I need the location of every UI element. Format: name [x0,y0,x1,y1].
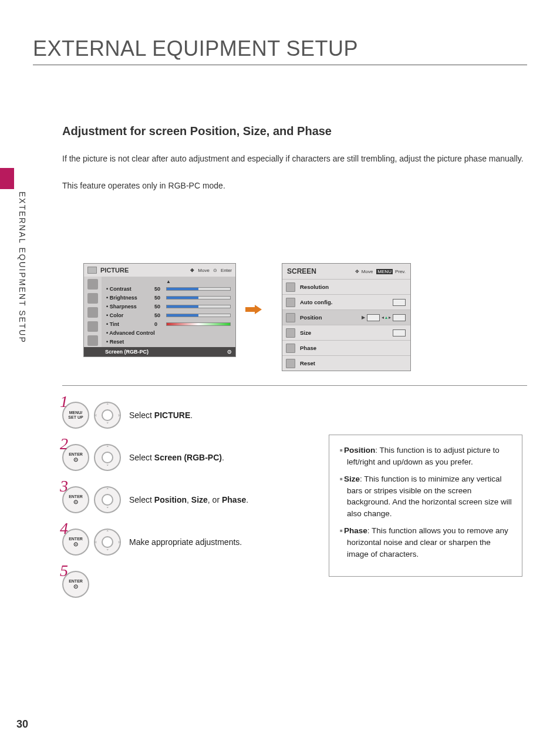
label: Screen (RGB-PC) [105,349,149,355]
step-text: Select PICTURE. [129,410,193,420]
value: 50 [154,286,166,292]
osd-picture-nav [84,277,102,356]
chevron-down-icon: ˅ [106,506,109,512]
step-text: Select Position, Size, or Phase. [129,495,248,504]
osd-row-size: Size [282,325,410,340]
osd-picture-header: PICTURE ✥ Move ⊙ Enter [84,264,235,277]
menu-badge: MENU [376,269,393,274]
info-item-phase: Phase: This function allows you to remov… [340,525,512,560]
osd-row-phase: Phase [282,340,410,355]
chevron-right-icon: › [118,412,120,418]
osd-hint-move: Move [198,268,210,273]
steps-list: 1 MENU/ SET UP ˄˅›‹ Select PICTURE. 2 EN… [62,399,321,611]
chevron-left-icon: ‹ [95,412,97,418]
chevron-left-icon: ‹ [95,539,97,545]
sidebar-section-label: EXTERNAL EQUIPMENT SETUP [18,191,27,344]
osd-row-autoconfig: Auto config. [282,294,410,309]
osd-row-brightness: • Brightness50 [106,293,231,302]
label: Reset [300,360,407,366]
sidebar-tab [0,168,14,189]
widget [367,314,380,321]
osd-picture-panel: PICTURE ✥ Move ⊙ Enter ▲ • Contrast50 • … [83,263,236,357]
osd-row-advanced: • Advanced Control [106,328,231,337]
widget [393,299,406,306]
resolution-icon [286,282,295,292]
enter-dot-icon [73,456,78,463]
chevron-right-icon: ▸ [389,315,391,320]
osd-row-contrast: • Contrast50 [106,284,231,293]
button-label: ENTER [69,537,83,541]
osd-picture-title: PICTURE [100,267,129,274]
osd-hint-prev: Prev. [395,269,406,274]
label: • Reset [106,339,124,345]
osd-row-tint: • Tint0 [106,319,231,328]
nav-icon [87,321,98,332]
chevron-down-icon: ˅ [106,422,109,428]
scroll-up-icon: ▲ [106,279,231,284]
osd-screen-title: SCREEN [287,267,316,275]
chevron-down-icon: ˅ [106,549,109,554]
widget [393,314,406,321]
step-3: 3 ENTER ˄˅ Select Position, Size, or Pha… [62,484,321,516]
nav-icon [87,279,98,290]
chevron-up-icon: ▴ [385,315,387,320]
label: • Brightness [106,295,154,301]
button-label: ENTER [69,494,83,499]
step-number: 5 [60,561,68,580]
label: • Tint [106,321,154,327]
chevron-down-icon: ˅ [106,464,109,470]
osd-row-reset: • Reset [106,337,231,346]
info-item-position: Position: This function is to adjust pic… [340,445,512,467]
nav-icon [87,335,98,346]
step-number: 4 [60,519,68,538]
enter-dot-icon [73,583,78,590]
chevron-right-icon: › [118,539,120,545]
osd-screen-header: SCREEN ✥ Move MENU Prev. [282,264,410,279]
osd-hint-move: Move [362,269,373,274]
slider-bar [166,305,231,308]
button-label: ENTER [69,452,83,457]
button-label: MENU/ SET UP [68,410,83,419]
step-4: 4 ENTER ˄˅›‹ Make appropriate adjustment… [62,526,321,558]
osd-screen-panel: SCREEN ✥ Move MENU Prev. Resolution Auto… [282,263,411,371]
step-text: Make appropriate adjustments. [129,537,242,547]
content-rule [62,385,527,386]
remote-dpad[interactable]: ˄˅›‹ [94,402,121,429]
remote-dpad[interactable]: ˄˅ [94,486,121,513]
monitor-icon [87,267,97,274]
osd-hint-enter: Enter [221,268,232,273]
value: 50 [154,312,166,318]
label: • Color [106,312,154,318]
info-item-size: Size: This function is to minimize any v… [340,473,512,519]
nav-icon [87,293,98,304]
label: • Advanced Control [106,330,155,336]
label: Resolution [300,284,407,290]
osd-row-screen-selected: Screen (RGB-PC) ⊙ [84,347,235,356]
enter-icon: ⊙ [213,268,217,273]
remote-dpad[interactable]: ˄˅ [94,444,121,471]
phase-icon [286,344,295,353]
move-icon: ✥ [355,269,359,274]
label: • Contrast [106,286,154,292]
label: Phase [300,345,407,351]
body-text-1: If the picture is not clear after auto a… [62,153,527,164]
step-number: 1 [60,392,68,411]
label: Position [300,314,361,321]
position-icon [286,313,295,322]
body-text-2: This feature operates only in RGB-PC mod… [62,180,527,191]
step-number: 2 [60,435,68,453]
section-heading: Adjustment for screen Position, Size, an… [62,124,332,138]
nav-icon [87,307,98,318]
remote-dpad[interactable]: ˄˅›‹ [94,529,121,556]
page-number: 30 [16,718,28,731]
autoconfig-icon [286,298,295,307]
enter-dot-icon [73,541,78,547]
chevron-up-icon: ˄ [106,403,109,409]
reset-icon [286,359,295,368]
slider-bar [166,314,231,317]
step-text: Select Screen (RGB-PC). [129,453,224,462]
slider-bar [166,322,231,326]
enter-icon: ⊙ [227,349,232,355]
arrow-right-icon [245,305,262,314]
value: 50 [154,304,166,309]
